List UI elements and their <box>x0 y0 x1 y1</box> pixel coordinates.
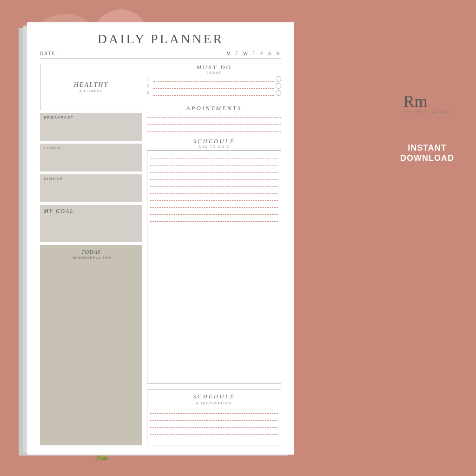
todo-num-3: 3 <box>147 91 152 95</box>
date-label: DATE : <box>40 51 60 56</box>
appt-title: APOINTMENTS <box>147 105 281 112</box>
sched-line-9 <box>150 209 278 215</box>
schedule-box <box>147 150 281 384</box>
lunch-box: LUNCH <box>40 144 142 172</box>
healthy-title: HEALTHY <box>74 81 108 89</box>
branding-area: Rm RM PRINTABLES INSTANT DOWNLOAD <box>397 93 457 184</box>
appointments-section: APOINTMENTS <box>147 103 281 135</box>
schedule-title: SCHEDULE <box>147 138 281 145</box>
sched-line-3 <box>150 167 278 173</box>
main-content: HEALTHY & FITNESS BREAKFAST LUNCH DINNER… <box>40 64 281 445</box>
sched-line-2 <box>150 160 278 166</box>
goal-box: MY GOAL <box>40 205 142 242</box>
inspiration-title: SCHEDULE <box>150 393 278 400</box>
todo-circle-1 <box>276 76 281 82</box>
insp-line-4 <box>150 429 278 435</box>
must-do-sub: TODAY <box>147 71 281 74</box>
sched-line-4 <box>150 174 278 180</box>
todo-line-1 <box>153 76 274 82</box>
lunch-label: LUNCH <box>44 146 139 150</box>
insp-line-3 <box>150 422 278 428</box>
todo-circle-3 <box>276 90 281 96</box>
inspiration-box: SCHEDULE & INSPIRATION <box>147 390 281 445</box>
breakfast-box: BREAKFAST <box>40 113 142 141</box>
rm-printables-label: RM PRINTABLES <box>403 110 451 114</box>
dinner-label: DINNER <box>44 177 139 181</box>
todo-line-3 <box>153 90 274 96</box>
badge-line1: INSTANT <box>408 143 447 153</box>
dinner-box: DINNER <box>40 174 142 202</box>
grateful-title: TODAY <box>81 249 101 256</box>
planner-page: DAILY PLANNER DATE : M T W T F S S HEALT… <box>27 22 294 455</box>
healthy-fitness-box: HEALTHY & FITNESS <box>40 64 142 110</box>
todo-line-2 <box>153 83 274 89</box>
date-row: DATE : M T W T F S S <box>40 51 281 59</box>
insp-line-1 <box>150 408 278 414</box>
inspiration-sub: & INSPIRATION <box>150 402 278 405</box>
badge-line2: DOWNLOAD <box>400 153 454 164</box>
todo-circle-2 <box>276 83 281 89</box>
sched-line-6 <box>150 188 278 194</box>
rm-logo: Rm <box>403 93 451 110</box>
sched-line-10 <box>150 216 278 222</box>
schedule-sub: AND TO DO'S <box>147 145 281 148</box>
page-title: DAILY PLANNER <box>40 32 281 46</box>
todo-item-1: 1 <box>147 76 281 82</box>
todo-num-2: 2 <box>147 84 152 88</box>
must-do-section: MUST DO TODAY 1 2 3 <box>147 64 281 100</box>
inspiration-section: SCHEDULE & INSPIRATION <box>147 390 281 445</box>
appt-line-1 <box>147 112 281 118</box>
todo-item-2: 2 <box>147 83 281 89</box>
must-do-title: MUST DO <box>147 64 281 71</box>
sched-line-1 <box>150 153 278 159</box>
todo-item-3: 3 <box>147 90 281 96</box>
schedule-section: SCHEDULE AND TO DO'S <box>147 138 281 384</box>
days-label: M T W T F S S <box>227 51 281 56</box>
grateful-sub: I'M GRATEFUL FOR <box>70 256 112 260</box>
sched-line-7 <box>150 195 278 201</box>
appt-line-3 <box>147 126 281 132</box>
left-column: HEALTHY & FITNESS BREAKFAST LUNCH DINNER… <box>40 64 142 445</box>
appt-line-2 <box>147 119 281 125</box>
healthy-sub: & FITNESS <box>79 89 103 93</box>
instant-download-badge[interactable]: INSTANT DOWNLOAD <box>397 123 457 184</box>
right-column: MUST DO TODAY 1 2 3 <box>147 64 281 445</box>
sched-line-5 <box>150 181 278 187</box>
goal-label: MY GOAL <box>44 208 139 215</box>
insp-line-2 <box>150 415 278 421</box>
breakfast-label: BREAKFAST <box>44 115 139 119</box>
rm-logo-container: Rm RM PRINTABLES <box>403 93 451 114</box>
todo-num-1: 1 <box>147 77 152 81</box>
background: 🌿 🌿 DAILY PLANNER DATE : M T W T F S S H… <box>0 0 476 476</box>
grateful-box: TODAY I'M GRATEFUL FOR <box>40 245 142 445</box>
sched-line-8 <box>150 202 278 208</box>
